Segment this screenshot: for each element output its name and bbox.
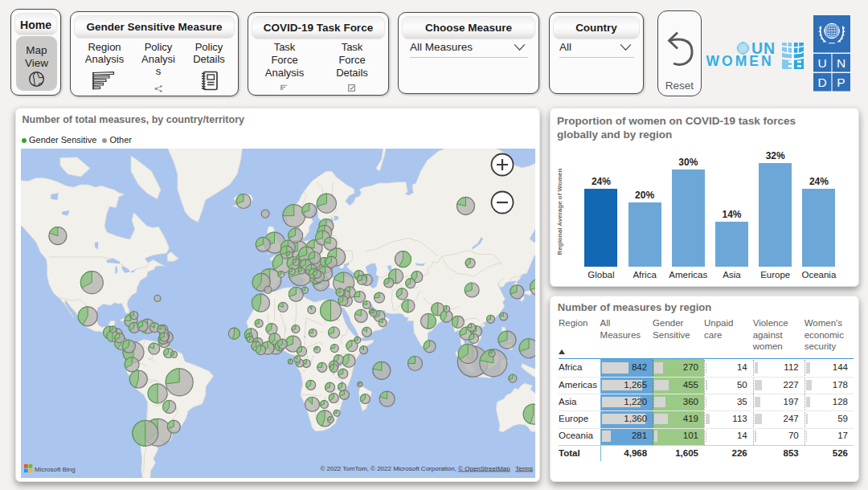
svg-text:Microsoft Bing: Microsoft Bing xyxy=(35,466,76,473)
svg-text:WOMEN: WOMEN xyxy=(706,53,774,69)
svg-text:U: U xyxy=(818,56,827,70)
svg-text:N: N xyxy=(837,56,845,70)
svg-text:D: D xyxy=(818,76,827,89)
svg-text:P: P xyxy=(837,76,845,89)
svg-text:© 2022 TomTom, © 2022 Microsof: © 2022 TomTom, © 2022 Microsoft Corporat… xyxy=(320,465,533,472)
